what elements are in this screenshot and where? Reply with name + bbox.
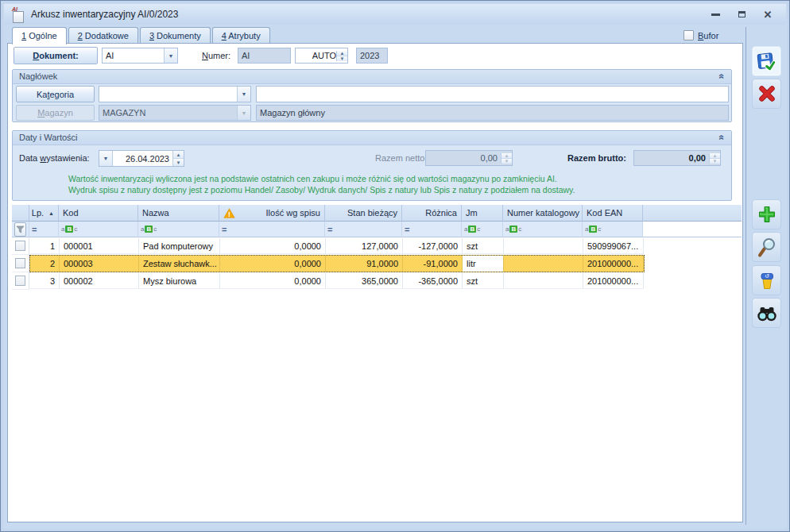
tab-atrybuty[interactable]: 4 Atrybuty bbox=[212, 27, 270, 43]
row-body[interactable]: 1000001Pad komputerowy0,0000127,0000-127… bbox=[29, 237, 645, 255]
spin-down-icon[interactable]: ▼ bbox=[337, 56, 347, 61]
cell-numer_kat[interactable] bbox=[504, 256, 583, 272]
zoom-button[interactable] bbox=[752, 232, 781, 262]
filter-cell-jm[interactable]: aBc bbox=[462, 222, 503, 237]
dokument-button[interactable]: Dokument: bbox=[14, 47, 98, 64]
find-button[interactable] bbox=[752, 298, 781, 328]
filter-cell-ean[interactable]: aBc bbox=[583, 222, 643, 237]
row-checkbox[interactable] bbox=[15, 276, 25, 286]
tab-ogolne[interactable]: 1 Ogólne bbox=[12, 27, 67, 44]
cell-stan[interactable]: 91,0000 bbox=[326, 256, 403, 272]
row-body[interactable]: 2000003Zestaw słuchawk...0,000091,0000-9… bbox=[29, 255, 645, 272]
cell-ilosc[interactable]: 0,0000 bbox=[220, 238, 326, 254]
filter-abc-icon: aBc bbox=[61, 226, 77, 233]
spin-down-icon[interactable]: ▼ bbox=[173, 158, 184, 166]
chevron-down-icon[interactable]: ▼ bbox=[237, 87, 250, 102]
cell-roznica[interactable]: -365,0000 bbox=[403, 273, 463, 289]
col-header-numer_kat[interactable]: Numer katalogowy bbox=[503, 205, 583, 222]
cell-numer_kat[interactable] bbox=[504, 238, 583, 254]
cell-kod[interactable]: 000001 bbox=[60, 238, 139, 254]
cancel-button[interactable] bbox=[752, 79, 781, 109]
filter-cell-numer_kat[interactable]: aBc bbox=[503, 222, 583, 237]
cell-ilosc[interactable]: 0,0000 bbox=[220, 256, 326, 272]
filter-cell-roznica[interactable]: = bbox=[402, 222, 462, 237]
chevron-down-icon: ▼ bbox=[237, 106, 250, 120]
filter-abc-icon: aBc bbox=[505, 226, 521, 233]
tab-dokumenty[interactable]: 3 Dokumenty bbox=[140, 27, 211, 43]
bufor-checkbox-box[interactable] bbox=[684, 30, 694, 40]
cell-numer_kat[interactable] bbox=[504, 273, 583, 289]
minimize-button[interactable] bbox=[710, 9, 721, 20]
row-body[interactable]: 3000002Mysz biurowa0,0000365,0000-365,00… bbox=[29, 272, 645, 290]
add-button[interactable] bbox=[752, 199, 781, 229]
row-checkbox[interactable] bbox=[15, 241, 25, 251]
filter-cell-lp[interactable]: = bbox=[29, 222, 59, 237]
col-header-nazwa[interactable]: Nazwa bbox=[138, 205, 219, 222]
cell-nazwa[interactable]: Pad komputerowy bbox=[139, 238, 220, 254]
kategoria-button[interactable]: Kategoria bbox=[16, 86, 95, 102]
col-header-kod[interactable]: Kod bbox=[59, 205, 138, 222]
save-button[interactable] bbox=[752, 46, 781, 76]
row-select-cell[interactable] bbox=[12, 272, 29, 290]
cell-jm[interactable]: szt bbox=[463, 238, 504, 254]
col-header-stan[interactable]: Stan bieżący bbox=[325, 205, 402, 222]
filter-cell-kod[interactable]: aBc bbox=[59, 222, 138, 237]
magazyn-combo: MAGAZYN ▼ bbox=[99, 105, 251, 121]
cell-stan[interactable]: 127,0000 bbox=[326, 238, 403, 254]
cell-ean[interactable]: 201000000... bbox=[583, 256, 644, 272]
col-header-ilosc[interactable]: !Ilość wg spisu bbox=[219, 205, 325, 222]
cell-lp[interactable]: 1 bbox=[30, 238, 60, 254]
kategoria-combo[interactable]: ▼ bbox=[99, 86, 251, 102]
cell-jm[interactable]: szt bbox=[463, 273, 504, 289]
date-spinner[interactable]: ▲▼ bbox=[172, 151, 184, 166]
daty-header[interactable]: Daty i Wartości « bbox=[13, 131, 731, 145]
bufor-checkbox[interactable]: Bufor bbox=[684, 30, 718, 40]
cell-stan[interactable]: 365,0000 bbox=[326, 273, 403, 289]
naglowek-header[interactable]: Nagłówek « bbox=[13, 70, 731, 84]
cell-jm[interactable]: litr bbox=[463, 256, 504, 272]
cell-lp[interactable]: 2 bbox=[30, 256, 60, 272]
cell-ilosc[interactable]: 0,0000 bbox=[220, 273, 326, 289]
collapse-chevron-icon[interactable]: « bbox=[718, 135, 727, 141]
cell-ean[interactable]: 201000000... bbox=[583, 273, 644, 289]
filter-cell-ilosc[interactable]: = bbox=[219, 222, 325, 237]
delete-button[interactable]: ↺ bbox=[752, 265, 781, 295]
collapse-chevron-icon[interactable]: « bbox=[718, 74, 727, 79]
spin-up-icon[interactable]: ▲ bbox=[173, 151, 184, 158]
close-button[interactable]: ✕ bbox=[762, 9, 773, 20]
row-select-cell[interactable] bbox=[12, 237, 29, 255]
col-header-roznica[interactable]: Różnica bbox=[402, 205, 462, 222]
row-checkbox[interactable] bbox=[15, 258, 25, 268]
cell-ean[interactable]: 590999067... bbox=[583, 238, 644, 254]
filter-row-filler bbox=[643, 222, 742, 237]
numer-auto-spinner[interactable]: ▲▼ bbox=[336, 51, 347, 61]
filter-cell-nazwa[interactable]: aBc bbox=[138, 222, 219, 237]
cell-nazwa[interactable]: Zestaw słuchawk... bbox=[139, 256, 220, 272]
minimize-icon bbox=[711, 13, 720, 16]
cell-roznica[interactable]: -127,0000 bbox=[403, 238, 463, 254]
cell-lp[interactable]: 3 bbox=[30, 273, 60, 289]
row-filler bbox=[645, 255, 742, 272]
filter-funnel-cell[interactable] bbox=[12, 222, 29, 237]
title-bar[interactable]: AI Arkusz inwentaryzacyjny AI/0/2023 ✕ bbox=[4, 4, 786, 25]
row-select-cell[interactable] bbox=[12, 255, 29, 272]
calendar-dropdown-icon[interactable]: ▼ bbox=[99, 151, 113, 166]
tab-dodatkowe[interactable]: 2 Dodatkowe bbox=[68, 27, 138, 43]
kategoria-desc-field[interactable] bbox=[256, 86, 729, 102]
col-header-ean[interactable]: Kod EAN bbox=[583, 205, 643, 222]
cell-roznica[interactable]: -91,0000 bbox=[403, 256, 463, 272]
col-header-lp[interactable]: Lp.▲ bbox=[29, 205, 59, 222]
save-floppy-check-icon bbox=[755, 49, 779, 73]
chevron-down-icon[interactable]: ▼ bbox=[164, 48, 177, 63]
numer-auto-field[interactable]: AUTO ▲▼ bbox=[295, 48, 348, 64]
cell-kod[interactable]: 000003 bbox=[60, 256, 139, 272]
data-wystawienia-value[interactable]: 26.04.2023 bbox=[113, 151, 172, 166]
cell-kod[interactable]: 000002 bbox=[60, 273, 139, 289]
dokument-type-combo[interactable]: AI ▼ bbox=[102, 48, 178, 64]
cell-nazwa[interactable]: Mysz biurowa bbox=[139, 273, 220, 289]
filter-funnel-icon[interactable] bbox=[14, 222, 26, 237]
filter-cell-stan[interactable]: = bbox=[325, 222, 402, 237]
col-header-jm[interactable]: Jm bbox=[462, 205, 503, 222]
data-wystawienia-picker[interactable]: ▼ 26.04.2023 ▲▼ bbox=[99, 150, 184, 167]
restore-button[interactable] bbox=[736, 9, 747, 20]
